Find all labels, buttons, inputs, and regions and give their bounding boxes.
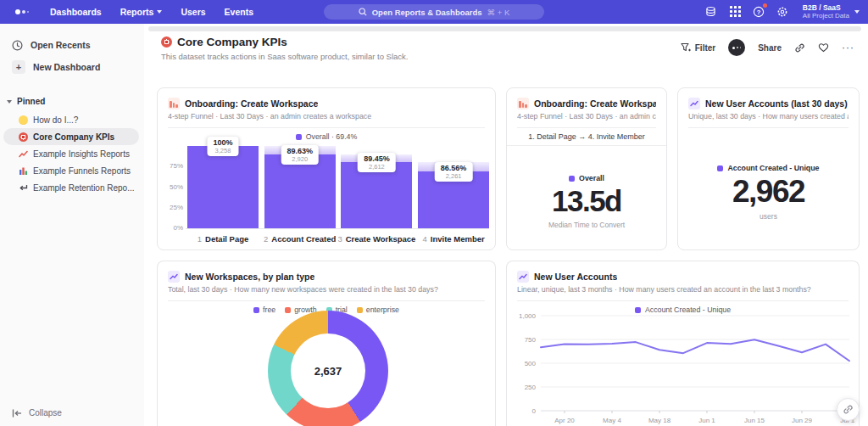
new-users-value: 2,962 [678, 174, 859, 210]
nav-item-users[interactable]: Users [181, 7, 205, 17]
nav-right: ? B2B / SaaS All Project Data [705, 4, 860, 20]
pin-item-label: Example Insights Reports [33, 149, 130, 159]
project-scope: All Project Data [803, 12, 849, 20]
search-shortcut: ⌘ + K [487, 8, 510, 17]
y-tick-label: 750 [525, 336, 537, 344]
pin-item-label: Example Funnels Reports [33, 166, 131, 176]
target-emoji-icon [161, 36, 172, 48]
project-name: B2B / SaaS [803, 4, 849, 13]
funnel-baseline [186, 228, 489, 229]
card-title: New User Accounts (last 30 days) [705, 98, 848, 109]
pinned-label: Pinned [17, 97, 45, 106]
funnel-step-range: 1. Detail Page → 4. Invite Member [507, 128, 666, 146]
sidebar-item-how-do-i[interactable]: How do I...? [3, 111, 139, 128]
funnel-bar[interactable] [264, 154, 336, 228]
project-selector[interactable]: B2B / SaaS All Project Data [803, 4, 860, 20]
dashboard-content: Core Company KPIs This dataset tracks ac… [144, 24, 868, 426]
pin-item-label: Core Company KPIs [33, 132, 114, 142]
search-placeholder: Open Reports & Dashboards [372, 8, 482, 17]
horizontal-scrollbar[interactable] [148, 26, 861, 31]
sidebar: Open Recents + New Dashboard Pinned How … [0, 24, 144, 426]
insight-chart-icon [168, 271, 180, 283]
sidebar-collapse-button[interactable]: Collapse [12, 408, 62, 418]
card-title: New Workspaces, by plan type [185, 272, 314, 282]
funnel-x-label: 4Invite Member [423, 234, 485, 244]
nav-label: Events [225, 7, 253, 17]
card-subtitle: Unique, last 30 days · How many users cr… [688, 112, 849, 121]
search-icon [359, 8, 367, 16]
workspace-avatar[interactable] [728, 39, 745, 56]
card-new-users-30d: New User Accounts (last 30 days) Unique,… [677, 87, 860, 250]
collapse-label: Collapse [29, 408, 62, 418]
top-nav: Dashboards Reports Users Events Open Rep… [0, 0, 868, 24]
sidebar-item-example-retention[interactable]: Example Retention Repo... [3, 179, 139, 196]
filter-label: Filter [695, 43, 715, 53]
card-new-users-trend: New User Accounts Linear, unique, last 3… [506, 261, 860, 426]
sidebar-item-example-funnels[interactable]: Example Funnels Reports [3, 162, 139, 179]
nav-item-dashboards[interactable]: Dashboards [50, 7, 102, 17]
x-tick-label: Jun 29 [792, 417, 813, 424]
legend-label: Overall · 69.4% [306, 132, 358, 141]
nav-item-reports[interactable]: Reports [120, 7, 163, 17]
return-arrow-icon [19, 183, 28, 193]
legend-swatch [296, 134, 302, 140]
card-title: Onboarding: Create Workspace [534, 98, 656, 109]
chevron-down-icon [854, 10, 860, 14]
share-button[interactable]: Share [758, 43, 782, 53]
funnel-y-tick: 75% [159, 162, 183, 170]
card-subtitle: Linear, unique, last 3 months · How many… [517, 285, 849, 294]
target-emoji-icon [19, 132, 28, 142]
pin-item-label: Example Retention Repo... [33, 183, 135, 193]
funnel-chart-icon [517, 98, 529, 109]
card-subtitle: 4-step Funnel · Last 30 Days · an admin … [517, 112, 656, 121]
sidebar-pinned-header[interactable]: Pinned [7, 97, 144, 106]
apps-grid-icon[interactable] [729, 5, 742, 18]
legend-swatch [569, 176, 575, 182]
legend-label: Overall [579, 174, 604, 182]
help-icon[interactable]: ? [753, 5, 765, 18]
nav-label: Dashboards [50, 7, 102, 17]
sidebar-open-recents[interactable]: Open Recents [0, 34, 144, 56]
line-series[interactable] [541, 339, 849, 361]
page-subtitle: This dataset tracks actions in Saas soft… [161, 52, 408, 61]
more-options-button[interactable]: ··· [842, 42, 854, 53]
funnel-y-tick: 50% [159, 183, 183, 191]
funnel-bar[interactable] [187, 146, 259, 228]
new-dashboard-label: New Dashboard [33, 62, 100, 72]
x-tick-label: May 18 [648, 417, 671, 424]
data-sources-icon[interactable] [705, 5, 718, 18]
line-chart[interactable]: 02505007501,000Apr 20May 4May 18Jun 1Jun… [512, 311, 855, 426]
page-title: Core Company KPIs [177, 36, 287, 48]
filter-button[interactable]: Filter [681, 42, 715, 53]
donut-chart[interactable]: 2,637 [268, 311, 388, 426]
funnel-bar-label: 100%3,258 [207, 137, 238, 156]
link-icon [794, 42, 805, 53]
favorite-button[interactable] [818, 42, 829, 53]
sidebar-item-example-insights[interactable]: Example Insights Reports [3, 145, 139, 162]
search-input[interactable]: Open Reports & Dashboards ⌘ + K [324, 4, 544, 20]
funnel-bar-label: 89.63%2,920 [281, 145, 319, 165]
sidebar-new-dashboard[interactable]: + New Dashboard [0, 56, 144, 78]
chevron-down-icon [7, 100, 12, 104]
funnel-y-tick: 25% [159, 204, 183, 211]
heart-icon [818, 42, 829, 53]
metric-legend: Overall [507, 174, 666, 182]
y-tick-label: 0 [532, 407, 537, 415]
filter-funnel-icon [681, 42, 691, 53]
copy-link-button[interactable] [794, 42, 805, 53]
card-onboarding-funnel: Onboarding: Create Workspace 4-step Funn… [157, 87, 496, 250]
sidebar-item-core-company-kpis[interactable]: Core Company KPIs [3, 128, 139, 145]
legend-swatch [285, 307, 291, 313]
amplitude-logo-icon[interactable] [15, 9, 29, 14]
line-chart-icon [19, 149, 28, 159]
chevron-down-icon [157, 10, 162, 14]
legend-item[interactable]: enterprise [357, 305, 399, 314]
legend-item[interactable]: free [253, 305, 275, 314]
insight-chart-icon [688, 98, 700, 109]
settings-icon[interactable] [776, 5, 789, 18]
nav-item-events[interactable]: Events [225, 7, 253, 17]
funnel-x-label: 3Create Workspace [337, 234, 415, 244]
card-subtitle: 4-step Funnel · Last 30 Days · an admin … [168, 112, 485, 121]
pin-item-label: How do I...? [33, 115, 78, 125]
floating-link-button[interactable] [837, 398, 860, 421]
